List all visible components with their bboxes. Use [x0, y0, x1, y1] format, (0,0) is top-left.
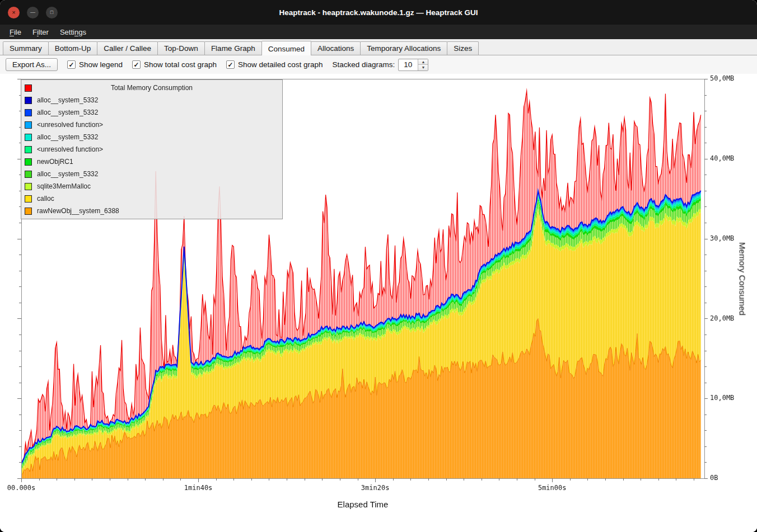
legend-item-swatch	[25, 109, 32, 116]
legend-item: sqlite3MemMalloc	[25, 180, 279, 192]
x-axis-title: Elapsed Time	[21, 500, 704, 509]
checkbox-box[interactable]: ✓	[132, 60, 141, 69]
stacked-diagrams-control: Stacked diagrams: 10 ▲ ▼	[333, 59, 429, 71]
legend-title-swatch	[25, 84, 32, 92]
tab-flame-graph[interactable]: Flame Graph	[204, 41, 262, 55]
legend-item-swatch	[25, 195, 32, 203]
menu-file[interactable]: File	[4, 26, 26, 38]
checkbox-label: Show total cost graph	[144, 60, 217, 69]
legend-item: <unresolved function>	[25, 119, 279, 131]
close-button[interactable]: ×	[8, 7, 20, 18]
legend-item: alloc__system_5332	[25, 168, 279, 180]
legend-title-row: Total Memory Consumption	[25, 82, 279, 94]
legend: Total Memory Consumption alloc__system_5…	[21, 79, 283, 219]
checkbox-show-detailed-cost-graph[interactable]: ✓Show detailed cost graph	[226, 60, 323, 69]
legend-item-swatch	[25, 171, 32, 178]
legend-item-label: rawNewObj__system_6388	[37, 207, 119, 215]
toolbar: Export As... ✓Show legend✓Show total cos…	[0, 55, 757, 74]
legend-item: calloc	[25, 192, 279, 205]
minimize-button[interactable]: —	[27, 7, 39, 18]
menu-filter[interactable]: Filter	[27, 26, 54, 38]
legend-item-swatch	[25, 158, 32, 166]
window-title: Heaptrack - heaptrack.wakunode.1.gz — He…	[0, 8, 757, 17]
stacked-diagrams-label: Stacked diagrams:	[333, 60, 395, 69]
legend-title: Total Memory Consumption	[111, 84, 193, 92]
legend-item-label: alloc__system_5332	[37, 109, 98, 116]
legend-item-label: sqlite3MemMalloc	[37, 182, 91, 190]
legend-item-label: calloc	[37, 195, 54, 203]
tab-temporary-allocations[interactable]: Temporary Allocations	[360, 41, 447, 55]
legend-item-label: <unresolved function>	[37, 145, 103, 153]
tab-bottom-up[interactable]: Bottom-Up	[48, 41, 98, 55]
legend-item: rawNewObj__system_6388	[25, 205, 279, 217]
legend-item-swatch	[25, 208, 32, 215]
checkbox-label: Show legend	[79, 60, 123, 69]
checkbox-label: Show detailed cost graph	[238, 60, 323, 69]
menu-bar: FileFilterSettings	[0, 25, 757, 39]
legend-item: alloc__system_5332	[25, 131, 279, 143]
y-axis-title: Memory Consumed	[738, 234, 747, 324]
titlebar: ×—□ Heaptrack - heaptrack.wakunode.1.gz …	[0, 0, 757, 25]
tab-consumed[interactable]: Consumed	[261, 41, 311, 55]
tab-top-down[interactable]: Top-Down	[157, 41, 205, 55]
tab-sizes[interactable]: Sizes	[447, 41, 479, 55]
heaptrack-window: ×—□ Heaptrack - heaptrack.wakunode.1.gz …	[0, 0, 757, 532]
spin-down-icon[interactable]: ▼	[418, 65, 428, 70]
tab-bar: SummaryBottom-UpCaller / CalleeTop-DownF…	[0, 39, 757, 55]
checkbox-show-legend[interactable]: ✓Show legend	[67, 60, 123, 69]
tab-allocations[interactable]: Allocations	[311, 41, 361, 55]
legend-item: alloc__system_5332	[25, 106, 279, 119]
legend-item-label: newObjRC1	[37, 158, 73, 166]
legend-item: <unresolved function>	[25, 143, 279, 156]
legend-item-label: <unresolved function>	[37, 121, 103, 129]
legend-item-swatch	[25, 97, 32, 104]
spin-up-icon[interactable]: ▲	[418, 59, 428, 65]
window-controls: ×—□	[8, 7, 58, 18]
checkbox-group: ✓Show legend✓Show total cost graph✓Show …	[67, 60, 323, 69]
legend-item-label: alloc__system_5332	[37, 133, 98, 141]
checkbox-box[interactable]: ✓	[67, 60, 76, 69]
legend-item-label: alloc__system_5332	[37, 96, 98, 104]
menu-settings[interactable]: Settings	[55, 26, 91, 38]
legend-item: alloc__system_5332	[25, 94, 279, 106]
checkbox-show-total-cost-graph[interactable]: ✓Show total cost graph	[132, 60, 217, 69]
stacked-diagrams-spinbox[interactable]: 10 ▲ ▼	[398, 59, 428, 71]
legend-item-label: alloc__system_5332	[37, 170, 98, 178]
stacked-diagrams-value: 10	[399, 59, 418, 70]
maximize-button[interactable]: □	[46, 7, 58, 18]
tab-summary[interactable]: Summary	[3, 41, 49, 55]
chart-area: Total Memory Consumption alloc__system_5…	[0, 74, 757, 532]
legend-item-swatch	[25, 183, 32, 190]
spin-buttons: ▲ ▼	[418, 59, 428, 70]
checkbox-box[interactable]: ✓	[226, 60, 235, 69]
legend-item: newObjRC1	[25, 156, 279, 168]
legend-item-swatch	[25, 146, 32, 153]
legend-item-swatch	[25, 134, 32, 141]
export-as-button[interactable]: Export As...	[6, 58, 58, 71]
tab-caller-callee[interactable]: Caller / Callee	[97, 41, 158, 55]
legend-item-swatch	[25, 121, 32, 129]
